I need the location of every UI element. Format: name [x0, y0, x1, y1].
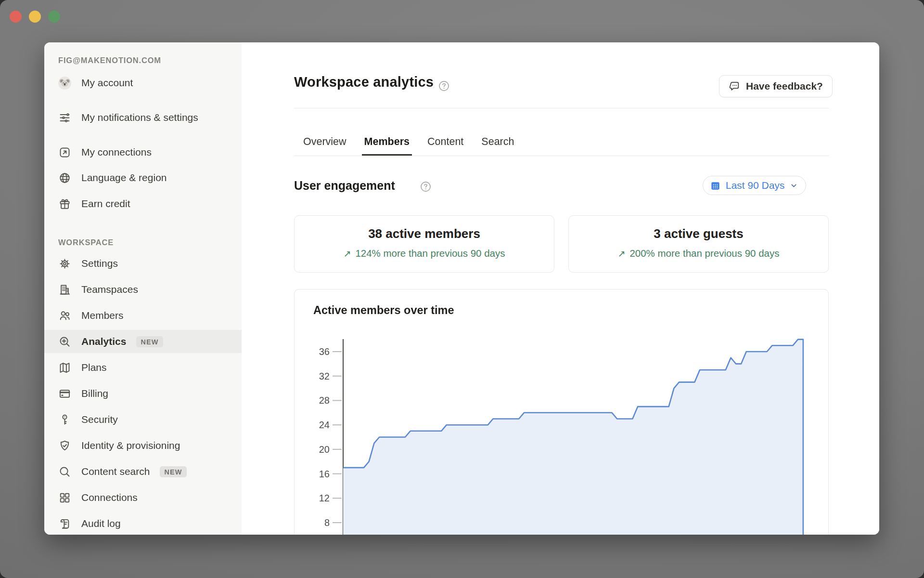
globe-icon: [58, 171, 71, 184]
magnifier-icon: [58, 465, 71, 478]
sidebar-item-my-account[interactable]: My account: [44, 71, 242, 94]
svg-text:16: 16: [319, 469, 330, 479]
sidebar-item-earn-credit[interactable]: Earn credit: [44, 192, 242, 215]
have-feedback-button[interactable]: Have feedback?: [719, 75, 833, 97]
svg-text:20: 20: [319, 444, 330, 455]
sidebar-item-label: My notifications & settings: [81, 109, 198, 126]
chat-bubble-icon: [729, 80, 741, 92]
sidebar-item-label: Teamspaces: [81, 281, 138, 298]
trend-up-icon: ↗: [617, 248, 625, 259]
sidebar-item-settings[interactable]: Settings: [44, 252, 242, 275]
sidebar-item-billing[interactable]: Billing: [44, 382, 242, 405]
people-icon: [58, 309, 71, 322]
tab-content[interactable]: Content: [425, 129, 466, 156]
arrow-up-right-box-icon: [58, 146, 71, 159]
new-badge: NEW: [160, 466, 186, 477]
sidebar-item-identity-provisioning[interactable]: Identity & provisioning: [44, 434, 242, 457]
sidebar-item-label: Security: [81, 411, 118, 428]
analytics-tabs: OverviewMembersContentSearch: [294, 129, 829, 156]
building-icon: [58, 283, 71, 296]
user-engagement-heading: User engagement: [294, 179, 395, 193]
stat-value: 38 active members: [368, 226, 480, 241]
gift-icon: [58, 197, 71, 210]
tab-search[interactable]: Search: [479, 129, 516, 156]
svg-text:12: 12: [319, 493, 330, 503]
sidebar-item-label: My account: [81, 74, 133, 92]
help-icon[interactable]: [420, 181, 432, 193]
new-badge: NEW: [136, 336, 163, 347]
help-icon[interactable]: [438, 80, 450, 92]
sliders-icon: [58, 111, 71, 124]
sidebar-item-label: Earn credit: [81, 195, 130, 212]
settings-sidebar: FIG@MAKENOTION.COM My accountMy notifica…: [44, 42, 242, 535]
sidebar-item-label: Language & region: [81, 169, 167, 186]
sidebar-item-audit-log[interactable]: Audit log: [44, 512, 242, 535]
sidebar-item-plans[interactable]: Plans: [44, 356, 242, 379]
active-guests-stat-card: 3 active guests ↗ 200% more than previou…: [568, 215, 829, 273]
date-range-label: Last 90 Days: [726, 180, 785, 191]
shield-check-icon: [58, 439, 71, 452]
sidebar-item-connections[interactable]: Connections: [44, 486, 242, 509]
sidebar-item-label: Analytics: [81, 333, 126, 350]
sidebar-item-label: Plans: [81, 359, 107, 376]
stat-delta: ↗ 124% more than previous 90 days: [343, 248, 505, 259]
map-icon: [58, 361, 71, 374]
svg-text:24: 24: [319, 420, 330, 430]
minimize-window-button[interactable]: [29, 11, 41, 23]
sidebar-item-label: Content search: [81, 463, 150, 480]
tab-members[interactable]: Members: [362, 129, 412, 156]
sidebar-item-my-notifications-settings[interactable]: My notifications & settings: [44, 100, 242, 135]
chart-title: Active members over time: [313, 304, 454, 317]
grid-icon: [58, 491, 71, 504]
header-divider: [294, 108, 829, 108]
sidebar-item-label: Settings: [81, 255, 118, 272]
trend-up-icon: ↗: [343, 248, 351, 259]
credit-card-icon: [58, 387, 71, 400]
sidebar-item-members[interactable]: Members: [44, 304, 242, 327]
sidebar-item-my-connections[interactable]: My connections: [44, 141, 242, 164]
sidebar-item-label: Identity & provisioning: [81, 437, 180, 454]
svg-text:36: 36: [319, 346, 330, 357]
active-members-area-chart: 363228242016128: [299, 333, 826, 535]
account-email-heading: FIG@MAKENOTION.COM: [58, 56, 161, 65]
stat-delta: ↗ 200% more than previous 90 days: [617, 248, 779, 259]
chevron-down-icon: [790, 182, 798, 190]
magnifier-sparkle-icon: [58, 335, 71, 348]
calendar-icon: [710, 180, 721, 191]
svg-text:28: 28: [319, 395, 330, 406]
sidebar-item-content-search[interactable]: Content searchNEW: [44, 460, 242, 483]
stat-value: 3 active guests: [654, 226, 743, 241]
active-members-chart-card: Active members over time 363228242016128: [294, 289, 829, 535]
active-members-stat-card: 38 active members ↗ 124% more than previ…: [294, 215, 554, 273]
key-icon: [58, 413, 71, 426]
app-window-backdrop: FIG@MAKENOTION.COM My accountMy notifica…: [0, 0, 924, 578]
sidebar-item-label: Members: [81, 307, 124, 324]
sidebar-item-label: My connections: [81, 144, 152, 161]
close-window-button[interactable]: [10, 11, 22, 23]
tab-overview[interactable]: Overview: [301, 129, 349, 156]
sidebar-item-label: Connections: [81, 489, 138, 506]
feedback-button-label: Have feedback?: [746, 80, 823, 92]
avatar-koala: [58, 77, 71, 90]
gear-icon: [58, 257, 71, 270]
analytics-main-panel: Workspace analytics Have feedback?: [242, 42, 879, 535]
svg-text:32: 32: [319, 371, 330, 381]
workspace-section-heading: WORKSPACE: [58, 238, 114, 247]
sidebar-item-label: Audit log: [81, 515, 121, 532]
date-range-selector[interactable]: Last 90 Days: [703, 176, 806, 195]
sidebar-item-language-region[interactable]: Language & region: [44, 166, 242, 189]
window-controls: [10, 11, 60, 23]
sidebar-item-label: Billing: [81, 385, 108, 402]
sidebar-item-teamspaces[interactable]: Teamspaces: [44, 278, 242, 301]
scroll-icon: [58, 517, 71, 530]
svg-text:8: 8: [324, 517, 330, 528]
sidebar-item-security[interactable]: Security: [44, 408, 242, 431]
zoom-window-button[interactable]: [48, 11, 60, 23]
page-title: Workspace analytics: [294, 74, 434, 90]
settings-dialog: FIG@MAKENOTION.COM My accountMy notifica…: [44, 42, 879, 535]
sidebar-item-analytics[interactable]: AnalyticsNEW: [44, 330, 242, 353]
